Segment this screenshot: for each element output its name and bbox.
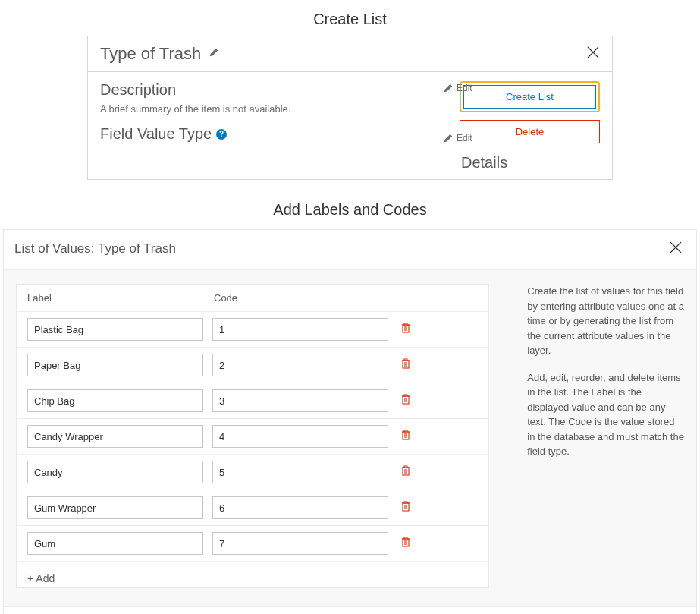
list-of-values-panel: List of Values: Type of Trash Label Code… — [3, 229, 697, 614]
trash-icon[interactable] — [397, 393, 411, 408]
trash-icon[interactable] — [397, 464, 411, 480]
svg-rect-4 — [403, 468, 409, 475]
table-row — [17, 525, 488, 561]
table-row — [17, 311, 488, 347]
help-text: Create the list of values for this field… — [489, 284, 684, 588]
column-header-label: Label — [27, 292, 214, 304]
field-title: Type of Trash — [100, 44, 201, 64]
edit-label: Edit — [457, 133, 472, 143]
create-list-button[interactable]: Create List — [463, 85, 596, 109]
field-value-type-label: Field Value Type — [100, 125, 212, 143]
description-text: A brief summary of the item is not avail… — [100, 103, 460, 115]
code-input[interactable] — [212, 425, 388, 448]
table-row — [17, 454, 488, 490]
code-input[interactable] — [212, 496, 388, 519]
trash-icon[interactable] — [397, 357, 411, 373]
label-input[interactable] — [27, 354, 203, 376]
column-header-code: Code — [214, 292, 396, 304]
code-input[interactable] — [212, 354, 388, 376]
svg-rect-3 — [403, 432, 409, 439]
svg-rect-5 — [403, 503, 409, 511]
help-icon[interactable]: ? — [216, 129, 227, 140]
label-input[interactable] — [27, 318, 203, 341]
label-input[interactable] — [27, 461, 203, 483]
table-row — [17, 383, 488, 418]
label-input[interactable] — [27, 389, 203, 412]
label-input[interactable] — [27, 496, 203, 519]
close-icon[interactable] — [669, 241, 683, 257]
trash-icon[interactable] — [397, 429, 411, 444]
trash-icon[interactable] — [397, 322, 411, 337]
edit-description-link[interactable]: Edit — [443, 83, 472, 93]
code-input[interactable] — [212, 318, 388, 341]
table-row — [17, 490, 488, 525]
pencil-icon[interactable] — [209, 47, 219, 61]
list-panel-title: List of Values: Type of Trash — [14, 241, 176, 257]
table-row — [17, 418, 488, 454]
table-row — [17, 347, 488, 383]
description-label: Description — [100, 81, 460, 99]
code-input[interactable] — [212, 532, 388, 555]
edit-field-value-type-link[interactable]: Edit — [443, 133, 472, 143]
svg-rect-1 — [403, 361, 409, 368]
add-row-button[interactable]: + Add — [17, 561, 488, 587]
values-table: Label Code + Add — [16, 284, 489, 588]
field-panel-header: Type of Trash — [88, 36, 612, 72]
details-label: Details — [460, 154, 600, 172]
svg-rect-0 — [403, 325, 409, 332]
edit-label: Edit — [457, 83, 472, 93]
help-paragraph-1: Create the list of values for this field… — [527, 284, 684, 358]
section1-heading: Create List — [0, 0, 700, 36]
help-paragraph-2: Add, edit, reorder, and delete items in … — [527, 370, 684, 459]
trash-icon[interactable] — [397, 536, 411, 551]
delete-button[interactable]: Delete — [460, 120, 600, 143]
field-panel: Type of Trash Description A brief summar… — [87, 36, 613, 180]
label-input[interactable] — [27, 425, 203, 448]
svg-rect-2 — [403, 396, 409, 404]
code-input[interactable] — [212, 461, 388, 483]
svg-rect-6 — [403, 539, 409, 546]
create-list-highlight: Create List — [460, 81, 600, 112]
section2-heading: Add Labels and Codes — [0, 180, 700, 229]
trash-icon[interactable] — [397, 500, 411, 515]
code-input[interactable] — [212, 389, 388, 412]
close-icon[interactable] — [586, 46, 600, 62]
label-input[interactable] — [27, 532, 203, 555]
